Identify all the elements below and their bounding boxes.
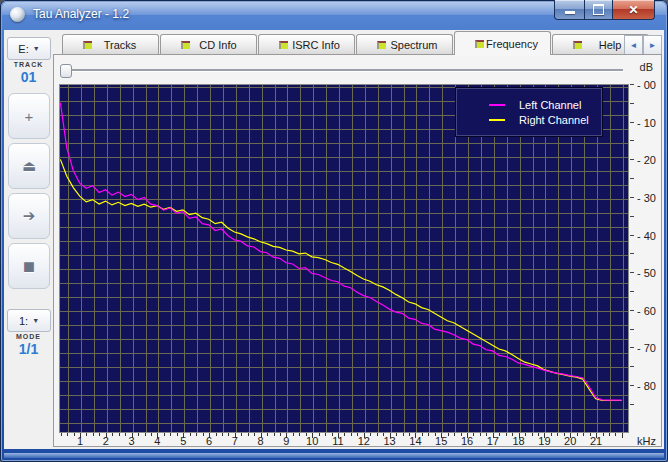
x-minor-tick: [119, 433, 120, 436]
next-icon: ➔: [23, 207, 36, 225]
x-minor-tick: [67, 433, 68, 436]
x-minor-tick: [145, 433, 146, 436]
tab-cd-info[interactable]: CD Info: [160, 34, 257, 55]
x-minor-tick: [74, 433, 75, 436]
legend-line-sample: [489, 104, 505, 106]
stop-button[interactable]: ◼: [8, 243, 50, 289]
close-icon: ✕: [628, 3, 638, 17]
x-minor-tick: [525, 433, 526, 436]
track-label: TRACK: [4, 61, 53, 68]
x-tick-label: 4: [154, 435, 160, 447]
tab-indicator-icon: [279, 41, 288, 49]
x-minor-tick: [93, 433, 94, 436]
tab-label: Frequency: [484, 38, 550, 50]
track-number: 01: [4, 69, 53, 85]
x-minor-tick: [177, 433, 178, 436]
x-tick-label: 13: [383, 435, 395, 447]
slider-thumb[interactable]: [60, 64, 72, 78]
x-minor-tick: [280, 433, 281, 436]
arrow-left-icon: ◄: [630, 41, 638, 50]
x-minor-tick: [228, 433, 229, 436]
tab-spectrum[interactable]: Spectrum: [356, 34, 453, 55]
x-minor-tick: [609, 433, 610, 436]
x-minor-tick: [164, 433, 165, 436]
tab-tracks[interactable]: Tracks: [62, 34, 159, 55]
add-button[interactable]: +: [8, 93, 50, 139]
minimize-button[interactable]: [554, 0, 585, 20]
tab-label: ISRC Info: [288, 39, 354, 51]
mode-selector[interactable]: 1: ▼: [7, 309, 51, 332]
x-minor-tick: [190, 433, 191, 436]
tab-scroll-buttons: ◄ ►: [624, 35, 662, 55]
x-tick-label: 2: [103, 435, 109, 447]
x-tick-label: 14: [409, 435, 421, 447]
stop-icon: ◼: [23, 257, 35, 275]
x-minor-tick: [61, 433, 62, 436]
chevron-down-icon: ▼: [33, 45, 40, 52]
tab-label: Tracks: [92, 39, 158, 51]
window-content: E: ▼ TRACK 01 +⏏➔◼ 1: ▼ MODE 1/1 TracksC…: [4, 30, 664, 449]
eject-icon: ⏏: [22, 157, 36, 175]
x-minor-tick: [344, 433, 345, 436]
x-tick-label: 20: [564, 435, 576, 447]
plot-background: [60, 85, 628, 432]
x-tick-label: 18: [512, 435, 524, 447]
zoom-slider[interactable]: [60, 63, 625, 77]
y-axis-unit-label: dB: [640, 61, 653, 73]
y-axis: - 00- 10- 20- 30- 40- 50- 60- 70- 80: [630, 84, 662, 433]
slider-track[interactable]: [62, 69, 623, 72]
tab-indicator-icon: [83, 41, 92, 49]
x-minor-tick: [138, 433, 139, 436]
minimize-icon: [565, 11, 575, 14]
x-minor-tick: [499, 433, 500, 436]
x-minor-tick: [532, 433, 533, 436]
x-minor-tick: [254, 433, 255, 436]
x-minor-tick: [170, 433, 171, 436]
tab-indicator-icon: [377, 41, 386, 49]
maximize-button[interactable]: [585, 0, 613, 20]
x-minor-tick: [428, 433, 429, 436]
next-button[interactable]: ➔: [8, 193, 50, 239]
x-minor-tick: [267, 433, 268, 436]
x-minor-tick: [454, 433, 455, 436]
x-minor-tick: [125, 433, 126, 436]
legend-entry: Right Channel: [457, 114, 601, 126]
tab-isrc-info[interactable]: ISRC Info: [258, 34, 355, 55]
chevron-down-icon: ▼: [32, 317, 39, 324]
x-minor-tick: [203, 433, 204, 436]
window-title: Tau Analyzer - 1.2: [33, 7, 129, 21]
x-tick-label: 11: [332, 435, 343, 447]
x-minor-tick: [422, 433, 423, 436]
window-bottom-border: [4, 453, 664, 458]
x-tick-label: 10: [306, 435, 318, 447]
tab-indicator-icon: [573, 41, 582, 49]
tab-scroll-left-button[interactable]: ◄: [624, 35, 643, 55]
x-tick: [622, 433, 623, 438]
tab-frequency[interactable]: Frequency: [454, 31, 551, 55]
tab-indicator-icon: [181, 41, 190, 49]
x-minor-tick: [299, 433, 300, 436]
x-minor-tick: [222, 433, 223, 436]
x-minor-tick: [473, 433, 474, 436]
mode-selector-value: 1:: [19, 315, 28, 327]
x-minor-tick: [615, 433, 616, 436]
x-minor-tick: [325, 433, 326, 436]
mode-label: MODE: [4, 333, 53, 340]
x-minor-tick: [248, 433, 249, 436]
frequency-tab-page: dB Left ChannelRight Channel - 00- 10- 2…: [53, 54, 662, 447]
eject-button[interactable]: ⏏: [8, 143, 50, 189]
tab-scroll-right-button[interactable]: ►: [643, 35, 662, 55]
x-minor-tick: [551, 433, 552, 436]
close-button[interactable]: ✕: [613, 0, 655, 20]
x-minor-tick: [583, 433, 584, 436]
x-minor-tick: [370, 433, 371, 436]
x-minor-tick: [557, 433, 558, 436]
drive-selector[interactable]: E: ▼: [7, 37, 51, 60]
legend-line-sample: [489, 119, 505, 121]
add-icon: +: [25, 108, 34, 125]
tab-indicator-icon: [475, 40, 484, 48]
x-minor-tick: [216, 433, 217, 436]
title-bar[interactable]: Tau Analyzer - 1.2 ✕: [0, 0, 668, 30]
x-minor-tick: [112, 433, 113, 436]
x-tick-label: 12: [358, 435, 370, 447]
